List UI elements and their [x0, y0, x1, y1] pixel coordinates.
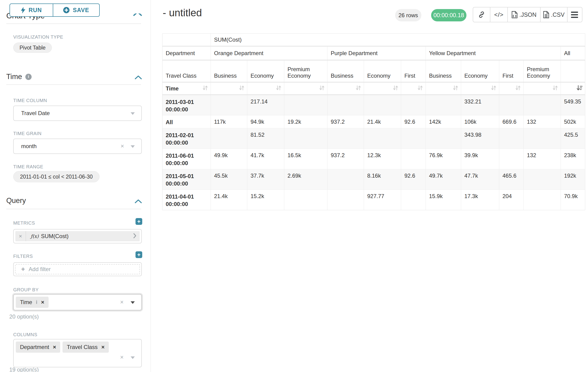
pivot-cell: 465.6 — [499, 169, 524, 190]
chevron-down-icon — [131, 145, 135, 148]
sort-cell[interactable] — [284, 82, 327, 95]
sort-cell[interactable] — [499, 82, 524, 95]
pivot-cell: 19.2k — [284, 115, 327, 128]
sort-cell[interactable] — [401, 82, 426, 95]
pivot-cell: 16.5k — [284, 149, 327, 169]
add-filter-text: Add filter — [29, 266, 51, 273]
sort-descending-icon[interactable] — [576, 85, 583, 92]
sort-cell[interactable] — [211, 82, 247, 95]
columns-tag[interactable]: Travel Class × — [63, 341, 108, 353]
metric-header-row: SUM(Cost) — [162, 34, 585, 46]
row-dim-header: Travel Class — [162, 60, 211, 82]
run-save-button-group: RUN SAVE — [10, 3, 100, 17]
pivot-cell — [401, 95, 426, 115]
pivot-cell — [524, 190, 561, 210]
group-by-tag[interactable]: Time i × — [16, 297, 49, 308]
time-column-label: TIME COLUMN — [13, 98, 47, 103]
col-group-header: Orange Department — [211, 46, 327, 60]
col-header: Business — [426, 60, 461, 82]
pivot-cell — [524, 169, 561, 190]
col-header: Business — [327, 60, 364, 82]
pivot-cell: 669.6 — [499, 115, 524, 128]
col-header: First — [401, 60, 426, 82]
remove-metric-icon[interactable]: × — [15, 231, 26, 241]
sort-icon[interactable] — [491, 85, 497, 92]
chart-title[interactable]: - untitled — [163, 7, 202, 19]
sort-icon[interactable] — [355, 85, 361, 92]
menu-icon — [571, 12, 578, 18]
sort-cell[interactable] — [426, 82, 461, 95]
export-json-button[interactable]: .JSON — [508, 7, 541, 22]
json-file-icon — [512, 11, 518, 18]
pivot-row: 2011-02-01 00:00:0081.52343.98425.5 — [162, 128, 585, 149]
pivot-row: All117k94.9k19.2k937.221.4k92.6142k106k6… — [162, 115, 585, 128]
sort-icon[interactable] — [452, 85, 459, 92]
pivot-cell — [327, 128, 364, 149]
clear-icon[interactable]: × — [121, 142, 124, 150]
remove-tag-icon[interactable]: × — [53, 344, 56, 350]
sort-cell[interactable] — [524, 82, 561, 95]
pivot-cell: 132 — [524, 149, 561, 169]
sort-cell[interactable] — [461, 82, 499, 95]
chart-type-collapse-chevron-icon[interactable] — [133, 13, 144, 16]
save-button[interactable]: SAVE — [53, 4, 99, 16]
add-filter-button[interactable]: + — [136, 251, 142, 258]
col-header: Economy — [461, 60, 499, 82]
info-icon[interactable]: i — [25, 74, 32, 80]
time-range-pill[interactable]: 2011-01-01 ≤ col < 2011-06-30 — [13, 171, 99, 182]
add-filter-dropzone[interactable]: + Add filter — [15, 264, 140, 274]
sort-icon[interactable] — [202, 85, 208, 92]
group-by-select[interactable]: Time i × × — [13, 294, 142, 310]
col-header: Business — [211, 60, 247, 82]
sort-icon[interactable] — [276, 85, 282, 92]
pivot-cell — [284, 95, 327, 115]
pivot-cell: 549.35 — [561, 95, 585, 115]
time-column-select[interactable]: Travel Date — [13, 106, 142, 121]
sort-cell[interactable] — [364, 82, 401, 95]
view-query-button[interactable]: </> — [490, 7, 508, 22]
add-metric-button[interactable]: + — [136, 218, 142, 225]
pivot-cell: 21.4k — [211, 190, 247, 210]
sort-cell[interactable] — [247, 82, 284, 95]
group-by-tag-label: Time — [20, 299, 32, 306]
remove-tag-icon[interactable]: × — [101, 344, 105, 350]
time-column-value: Travel Date — [21, 110, 50, 117]
columns-select[interactable]: Department × Travel Class × × — [13, 339, 142, 367]
sort-icon[interactable] — [393, 85, 399, 92]
more-options-button[interactable] — [567, 7, 581, 22]
metric-pill[interactable]: × ƒ(x) SUM(Cost) — [15, 231, 140, 241]
pivot-row: 2011-06-01 00:00:0049.9k41.7k16.5k937.21… — [162, 149, 585, 169]
columns-tag[interactable]: Department × — [16, 341, 60, 353]
save-button-label: SAVE — [73, 7, 89, 13]
pivot-cell — [327, 169, 364, 190]
time-grain-select[interactable]: month × — [13, 138, 142, 154]
viz-type-pill[interactable]: Pivot Table — [13, 43, 52, 53]
sort-icon[interactable] — [552, 85, 558, 92]
metrics-label: METRICS — [13, 220, 35, 226]
export-csv-button[interactable]: .CSV — [541, 7, 567, 22]
clear-all-icon[interactable]: × — [120, 298, 124, 306]
sort-icon[interactable] — [319, 85, 325, 92]
copy-link-button[interactable] — [473, 7, 490, 22]
run-button[interactable]: RUN — [10, 4, 53, 16]
pivot-table: SUM(Cost) Department Orange Department P… — [162, 33, 585, 210]
chevron-down-icon — [131, 356, 135, 359]
clear-all-icon[interactable]: × — [120, 354, 124, 361]
pivot-cell — [327, 190, 364, 210]
sort-icon[interactable] — [239, 85, 245, 92]
sort-icon[interactable] — [417, 85, 423, 92]
pivot-cell — [401, 149, 426, 169]
pivot-cell: 45.5k — [211, 169, 247, 190]
csv-button-label: .CSV — [551, 11, 565, 18]
active-sort-desc-cell[interactable] — [561, 82, 585, 95]
sort-cell[interactable] — [327, 82, 364, 95]
time-sort-header[interactable]: Time — [162, 82, 211, 95]
time-collapse-chevron-icon[interactable] — [134, 75, 142, 80]
query-collapse-chevron-icon[interactable] — [134, 199, 142, 204]
sort-icon[interactable] — [515, 85, 521, 92]
pivot-cell: 76.9k — [426, 149, 461, 169]
pivot-cell — [211, 95, 247, 115]
chevron-down-icon — [131, 301, 135, 304]
remove-tag-icon[interactable]: × — [41, 299, 44, 306]
chevron-right-icon[interactable] — [133, 233, 136, 239]
